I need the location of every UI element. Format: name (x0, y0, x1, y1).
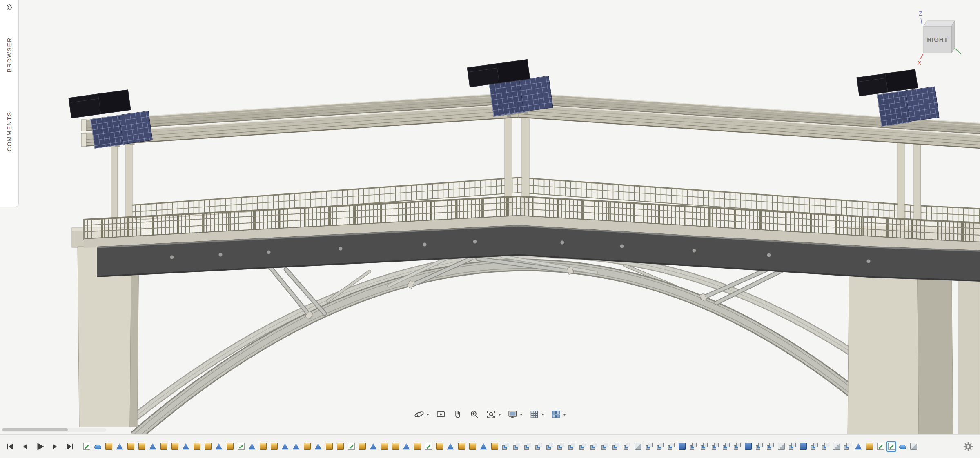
nav-orbit-button[interactable] (413, 408, 431, 420)
dropdown-caret-icon[interactable] (541, 414, 545, 416)
timeline-item-51-component[interactable] (633, 441, 643, 452)
timeline-item-21-extrude[interactable] (302, 441, 312, 452)
timeline-item-17-extrude[interactable] (258, 441, 268, 452)
timeline-item-41-joint[interactable] (523, 441, 532, 452)
timeline-item-13-loft[interactable] (214, 441, 224, 452)
timeline-item-36-extrude[interactable] (468, 441, 477, 452)
timeline-item-74-sketch[interactable] (886, 441, 896, 452)
timeline-item-37-loft[interactable] (479, 441, 488, 452)
viewcube-side-face[interactable] (951, 21, 955, 53)
timeline-item-15-sketch[interactable] (236, 441, 246, 452)
timeline-item-45-joint[interactable] (567, 441, 577, 452)
timeline-item-5-extrude[interactable] (126, 441, 136, 452)
timeline-item-70-joint[interactable] (842, 441, 852, 452)
timeline-item-7-loft[interactable] (148, 441, 158, 452)
timeline-item-62-joint[interactable] (754, 441, 764, 452)
timeline-item-72-extrude[interactable] (864, 441, 874, 452)
timeline-item-22-loft[interactable] (313, 441, 323, 452)
timeline-item-47-joint[interactable] (589, 441, 599, 452)
timeline-item-55-box[interactable] (677, 441, 687, 452)
nav-fit-button[interactable] (485, 408, 503, 420)
timeline-item-54-joint[interactable] (666, 441, 676, 452)
nav-pan-button[interactable] (451, 408, 464, 420)
dropdown-caret-icon[interactable] (498, 414, 501, 416)
arch-far[interactable] (131, 254, 911, 420)
dropdown-caret-icon[interactable] (426, 414, 430, 416)
step-forward-button[interactable] (51, 442, 60, 451)
timeline-item-39-joint[interactable] (501, 441, 510, 452)
timeline-item-68-joint[interactable] (820, 441, 830, 452)
timeline-item-23-extrude[interactable] (324, 441, 334, 452)
timeline-item-2-fillet[interactable] (93, 441, 102, 452)
go-to-end-button[interactable] (65, 442, 75, 451)
nav-grid-and-snaps-button[interactable] (528, 408, 546, 420)
timeline-item-31-extrude[interactable] (412, 441, 422, 452)
timeline-item-29-extrude[interactable] (390, 441, 400, 452)
timeline-item-26-extrude[interactable] (357, 441, 367, 452)
timeline-item-52-joint[interactable] (644, 441, 654, 452)
nav-look-at-button[interactable] (434, 408, 448, 420)
play-button[interactable] (34, 441, 46, 452)
viewcube-top-face[interactable] (924, 21, 955, 26)
timeline-item-19-loft[interactable] (280, 441, 290, 452)
timeline-item-42-joint[interactable] (534, 441, 543, 452)
timeline-item-73-sketch[interactable] (875, 441, 885, 452)
timeline-item-76-component[interactable] (909, 441, 918, 452)
viewcube[interactable]: Z RIGHT X (915, 7, 968, 74)
timeline-item-66-box[interactable] (798, 441, 808, 452)
timeline-item-12-extrude[interactable] (203, 441, 213, 452)
go-to-beginning-button[interactable] (5, 442, 15, 451)
timeline-item-53-joint[interactable] (655, 441, 665, 452)
timeline-item-6-extrude[interactable] (137, 441, 147, 452)
timeline-item-57-joint[interactable] (699, 441, 709, 452)
timeline-item-32-sketch[interactable] (423, 441, 433, 452)
timeline-item-58-joint[interactable] (710, 441, 720, 452)
timeline-item-50-joint[interactable] (622, 441, 632, 452)
timeline-item-30-loft[interactable] (401, 441, 411, 452)
timeline-item-14-extrude[interactable] (225, 441, 235, 452)
timeline-item-67-joint[interactable] (809, 441, 819, 452)
timeline-item-38-extrude[interactable] (490, 441, 499, 452)
timeline-item-33-extrude[interactable] (434, 441, 444, 452)
3d-viewport[interactable] (0, 0, 980, 458)
timeline-item-4-loft[interactable] (115, 441, 125, 452)
timeline-item-27-loft[interactable] (368, 441, 378, 452)
step-back-button[interactable] (20, 442, 29, 451)
timeline-item-46-joint[interactable] (578, 441, 588, 452)
nav-viewports-button[interactable] (550, 408, 568, 420)
timeline-item-25-sketch[interactable] (346, 441, 356, 452)
comments-tab[interactable]: COMMENTS (6, 111, 13, 151)
timeline-item-49-joint[interactable] (611, 441, 621, 452)
timeline-item-61-box[interactable] (743, 441, 753, 452)
dropdown-caret-icon[interactable] (563, 414, 566, 416)
timeline-scrollbar-thumb[interactable] (2, 428, 68, 431)
timeline-item-9-extrude[interactable] (170, 441, 180, 452)
timeline-item-43-joint[interactable] (545, 441, 555, 452)
timeline-item-20-loft[interactable] (291, 441, 301, 452)
timeline-item-10-loft[interactable] (181, 441, 191, 452)
timeline-item-59-joint[interactable] (721, 441, 731, 452)
timeline-item-48-joint[interactable] (600, 441, 610, 452)
timeline-item-1-sketch[interactable] (82, 441, 91, 452)
nav-zoom-button[interactable] (468, 408, 481, 420)
timeline-item-75-fillet[interactable] (898, 441, 907, 452)
timeline-item-35-extrude[interactable] (457, 441, 466, 452)
timeline-item-24-extrude[interactable] (335, 441, 345, 452)
timeline-item-18-extrude[interactable] (269, 441, 279, 452)
timeline-item-28-extrude[interactable] (379, 441, 389, 452)
timeline-item-11-extrude[interactable] (192, 441, 202, 452)
timeline-item-63-joint[interactable] (765, 441, 775, 452)
timeline-item-34-loft[interactable] (445, 441, 455, 452)
timeline-item-69-component[interactable] (831, 441, 841, 452)
timeline-item-44-joint[interactable] (556, 441, 566, 452)
timeline-item-3-extrude[interactable] (104, 441, 114, 452)
expand-panel-button[interactable] (4, 2, 14, 13)
timeline-settings-button[interactable] (960, 440, 980, 454)
timeline-item-60-joint[interactable] (732, 441, 742, 452)
timeline-item-64-component[interactable] (776, 441, 786, 452)
timeline-item-71-loft[interactable] (853, 441, 863, 452)
timeline-item-65-joint[interactable] (787, 441, 797, 452)
timeline-item-16-loft[interactable] (247, 441, 257, 452)
timeline-item-56-joint[interactable] (688, 441, 698, 452)
browser-tab[interactable]: BROWSER (6, 37, 13, 72)
